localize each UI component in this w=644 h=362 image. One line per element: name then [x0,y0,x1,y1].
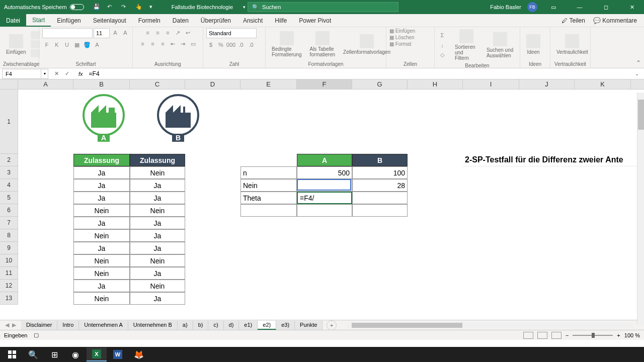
page-layout-view-icon[interactable] [537,332,547,339]
cells-delete-button[interactable]: ▦ Löschen [389,35,415,40]
cell-G6[interactable] [352,204,408,217]
cell-B5[interactable]: Ja [73,192,130,204]
scrollbar-thumb[interactable] [638,100,644,130]
align-bottom-icon[interactable]: ≡ [164,28,173,37]
tab-start[interactable]: Start [26,14,51,27]
row-header-7[interactable]: 7 [0,217,18,229]
row-header-11[interactable]: 11 [0,267,18,280]
more-icon[interactable]: ▾ [149,4,156,11]
zoom-slider[interactable] [573,335,613,336]
task-view-icon[interactable]: ⊞ [44,347,64,361]
autosum-icon[interactable]: Σ [438,31,447,40]
tab-powerpivot[interactable]: Power Pivot [293,14,337,27]
cell-C11[interactable]: Ja [130,267,185,280]
sheet-tab-a[interactable]: a) [178,321,193,330]
user-name[interactable]: Fabio Basler [490,4,521,10]
cell-B11[interactable]: Nein [73,267,130,280]
col-header-F[interactable]: F [297,79,352,89]
col-header-J[interactable]: J [519,79,575,89]
paste-button[interactable]: Einfügen [3,33,29,56]
word-taskbar-icon[interactable]: W [108,347,128,361]
row-header-1[interactable]: 1 [0,89,18,154]
col-header-K[interactable]: K [575,79,631,89]
cell-G4[interactable]: 28 [352,179,408,192]
align-right-icon[interactable]: ≡ [158,39,168,48]
cell-F5[interactable]: =F4/ [297,192,352,204]
cell-B6[interactable]: Nein [73,204,130,217]
cell-B7[interactable]: Ja [73,217,130,229]
cell-C6[interactable]: Nein [130,204,185,217]
row-header-12[interactable]: 12 [0,280,18,292]
maximize-icon[interactable]: ◻ [596,0,616,14]
page-break-view-icon[interactable] [551,332,561,339]
cell-C9[interactable]: Ja [130,242,185,254]
cell-G5[interactable] [352,192,408,204]
comments-button[interactable]: 💬 Kommentare [593,17,637,24]
cell-C4[interactable]: Ja [130,179,185,192]
prev-sheet-icon[interactable]: ◀ [5,322,9,328]
fx-icon[interactable]: fx [75,71,86,77]
tab-pagelayout[interactable]: Seitenlayout [87,14,132,27]
cell-C5[interactable]: Ja [130,192,185,204]
tab-help[interactable]: Hilfe [269,14,293,27]
cell-I2[interactable]: 2-SP-Testfall für die Differenz zweier A… [463,154,644,166]
touch-icon[interactable]: 👆 [135,4,142,11]
wrap-text-icon[interactable]: ↩ [184,28,193,37]
font-color-icon[interactable]: A [93,40,102,49]
sheet-tab-Intro[interactable]: Intro [57,321,79,330]
start-button[interactable] [2,347,22,361]
italic-button[interactable]: K [52,40,61,49]
ribbon-mode-icon[interactable]: ▭ [543,0,564,14]
col-header-A[interactable]: A [18,79,73,89]
collapse-ribbon-icon[interactable]: ⌃ [636,59,641,66]
align-center-icon[interactable]: ≡ [148,39,157,48]
percent-icon[interactable]: % [216,40,225,49]
normal-view-icon[interactable] [523,332,533,339]
cell-E3[interactable]: n [240,166,297,179]
horizontal-scrollbar[interactable] [347,322,634,328]
col-header-G[interactable]: G [352,79,408,89]
sheet-tab-b[interactable]: b) [193,321,209,330]
excel-taskbar-icon[interactable]: X [87,347,107,361]
orientation-icon[interactable]: ↗ [174,28,183,37]
tab-insert[interactable]: Einfügen [51,14,87,27]
autosave-toggle[interactable]: Automatisches Speichern [0,4,88,10]
row-header-9[interactable]: 9 [0,242,18,254]
row-header-6[interactable]: 6 [0,204,18,217]
cell-C13[interactable]: Ja [130,292,185,305]
col-header-B[interactable]: B [73,79,130,89]
increase-font-icon[interactable]: A [111,28,120,37]
cell-C3[interactable]: Nein [130,166,185,179]
thousands-icon[interactable]: 000 [226,40,235,49]
cell-B8[interactable]: Nein [73,229,130,242]
share-button[interactable]: 🖊 Teilen [561,17,585,24]
redo-icon[interactable]: ↷ [121,4,128,11]
cut-icon[interactable] [31,31,40,39]
search-box[interactable]: 🔍 Suchen [248,2,398,12]
row-header-2[interactable]: 2 [0,154,18,166]
cancel-icon[interactable]: ✕ [54,70,59,77]
undo-icon[interactable]: ↶ [107,4,114,11]
find-select-button[interactable]: Suchen und Auswählen [484,31,517,59]
cell-B9[interactable]: Ja [73,242,130,254]
tab-view[interactable]: Ansicht [237,14,269,27]
ideas-button[interactable]: Ideen [523,33,543,56]
formula-input[interactable]: =F4 [86,70,635,77]
cell-F2[interactable]: A [297,154,352,166]
cell-B10[interactable]: Nein [73,254,130,267]
search-taskbar-icon[interactable]: 🔍 [23,347,43,361]
format-table-button[interactable]: Als Tabelle formatieren [306,30,338,58]
toggle-switch[interactable] [70,4,84,10]
cell-B13[interactable]: Nein [73,292,130,305]
name-box-dropdown-icon[interactable]: ▾ [41,69,48,79]
sheet-tab-e2[interactable]: e2) [258,321,276,330]
cell-B2[interactable]: Zulassung [73,154,130,166]
currency-icon[interactable]: $ [206,40,215,49]
save-icon[interactable]: 💾 [93,4,100,11]
next-sheet-icon[interactable]: ▶ [12,322,16,328]
col-header-D[interactable]: D [185,79,240,89]
sheet-tab-d[interactable]: d) [224,321,239,330]
border-icon[interactable]: ▦ [72,40,82,49]
scrollbar-thumb[interactable] [352,323,462,328]
col-header-E[interactable]: E [240,79,297,89]
